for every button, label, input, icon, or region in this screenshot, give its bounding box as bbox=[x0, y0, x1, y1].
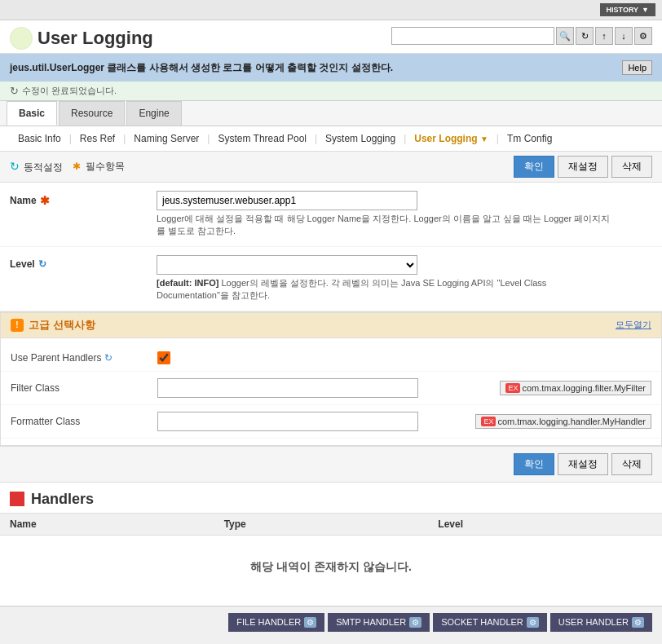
name-label: Name ✱ bbox=[10, 191, 157, 207]
name-content: Logger에 대해 설정을 적용할 때 해당 Logger Name을 지정한… bbox=[157, 191, 652, 238]
bottom-reset-button[interactable]: 재설정 bbox=[558, 453, 608, 475]
name-form-row: Name ✱ Logger에 대해 설정을 적용할 때 해당 Logger Na… bbox=[0, 183, 662, 247]
filter-class-input[interactable] bbox=[157, 378, 418, 398]
user-handler-button[interactable]: USER HANDLER ⚙ bbox=[550, 613, 652, 632]
use-parent-handlers-label: Use Parent Handlers ↻ bbox=[11, 352, 157, 364]
info-description: jeus.util.UserLogger 클래스를 사용해서 생성한 로그를 어… bbox=[10, 61, 393, 75]
sidebar-item-tm-config[interactable]: Tm Config bbox=[499, 131, 560, 146]
chevron-down-icon: ▼ bbox=[642, 6, 649, 14]
dynamic-setting-label: ↻ 동적설정 bbox=[10, 160, 63, 174]
level-content: INFO WARNING SEVERE FINE FINER FINEST AL… bbox=[157, 255, 652, 302]
handlers-section: Handlers Name Type Level 해당 내역이 존재하지 않습니… bbox=[0, 483, 662, 606]
smtp-handler-label: SMTP HANDLER bbox=[336, 617, 406, 627]
bottom-toolbar: 확인 재설정 삭제 bbox=[0, 446, 662, 483]
download-button[interactable]: ↓ bbox=[615, 27, 633, 45]
required-field-label: ✱ 필수항목 bbox=[73, 160, 124, 174]
level-sync-icon[interactable]: ↻ bbox=[38, 258, 46, 270]
formatter-class-row: Formatter Class EX com.tmax.logging.hand… bbox=[1, 405, 661, 439]
tabs: Basic Resource Engine bbox=[7, 101, 655, 126]
history-button[interactable]: HISTORY ▼ bbox=[600, 3, 655, 16]
expand-all-button[interactable]: 모두열기 bbox=[616, 319, 651, 331]
parent-sync-icon[interactable]: ↻ bbox=[104, 352, 113, 364]
required-icon: ✱ bbox=[73, 161, 81, 172]
page-title: User Logging bbox=[38, 28, 153, 49]
top-bar: HISTORY ▼ bbox=[0, 0, 662, 20]
name-input[interactable] bbox=[157, 191, 417, 210]
socket-handler-label: SOCKET HANDLER bbox=[441, 617, 523, 627]
search-input[interactable] bbox=[391, 27, 554, 45]
socket-handler-icon: ⚙ bbox=[527, 617, 539, 628]
tabs-container: Basic Resource Engine bbox=[0, 101, 662, 126]
bottom-confirm-button[interactable]: 확인 bbox=[514, 453, 554, 475]
file-handler-label: FILE HANDLER bbox=[236, 617, 301, 627]
ex-icon2: EX bbox=[481, 417, 496, 426]
handlers-header: Handlers bbox=[0, 483, 662, 513]
status-message: 수정이 완료되었습니다. bbox=[22, 85, 117, 97]
bottom-delete-button[interactable]: 삭제 bbox=[611, 453, 652, 475]
upload-button[interactable]: ↑ bbox=[595, 27, 613, 45]
search-button[interactable]: 🔍 bbox=[556, 27, 574, 45]
sidebar-item-system-thread-pool[interactable]: System Thread Pool bbox=[210, 131, 315, 146]
use-parent-handlers-content bbox=[157, 351, 651, 364]
help-button[interactable]: Help bbox=[622, 60, 652, 75]
info-bar: jeus.util.UserLogger 클래스를 사용해서 생성한 로그를 어… bbox=[0, 54, 662, 82]
tab-engine[interactable]: Engine bbox=[126, 101, 181, 126]
settings-button[interactable]: ⚙ bbox=[634, 27, 652, 45]
history-label: HISTORY bbox=[607, 6, 639, 14]
filter-class-row: Filter Class EX com.tmax.logging.filter.… bbox=[1, 372, 661, 405]
handlers-table-header: Name Type Level bbox=[0, 513, 662, 536]
formatter-class-example-button[interactable]: EX com.tmax.logging.handler.MyHandler bbox=[475, 414, 651, 429]
advanced-warning-icon: ! bbox=[11, 319, 24, 332]
formatter-class-content: EX com.tmax.logging.handler.MyHandler bbox=[157, 412, 651, 431]
use-parent-handlers-checkbox[interactable] bbox=[157, 351, 170, 364]
filter-class-example: EX com.tmax.logging.filter.MyFilter bbox=[500, 381, 651, 395]
default-label: [default: INFO] bbox=[157, 278, 218, 288]
advanced-header: ! 고급 선택사항 모두열기 bbox=[1, 313, 661, 338]
form-section: Name ✱ Logger에 대해 설정을 적용할 때 해당 Logger Na… bbox=[0, 183, 662, 312]
filter-class-example-button[interactable]: EX com.tmax.logging.filter.MyFilter bbox=[500, 381, 651, 395]
advanced-section: ! 고급 선택사항 모두열기 Use Parent Handlers ↻ Fil… bbox=[0, 312, 662, 446]
socket-handler-button[interactable]: SOCKET HANDLER ⚙ bbox=[433, 613, 547, 632]
status-bar: ↻ 수정이 완료되었습니다. bbox=[0, 82, 662, 101]
col-header-type: Type bbox=[224, 518, 439, 530]
formatter-class-input[interactable] bbox=[157, 412, 418, 431]
filter-class-content: EX com.tmax.logging.filter.MyFilter bbox=[157, 378, 651, 398]
name-required-star: ✱ bbox=[40, 194, 50, 207]
delete-button[interactable]: 삭제 bbox=[611, 156, 652, 178]
file-handler-icon: ⚙ bbox=[304, 617, 316, 628]
sidebar-item-naming-server[interactable]: Naming Server bbox=[126, 131, 207, 146]
level-select[interactable]: INFO WARNING SEVERE FINE FINER FINEST AL… bbox=[157, 255, 417, 275]
level-hint: [default: INFO] Logger의 레벨을 설정한다. 각 레벨의 … bbox=[157, 277, 613, 302]
sidebar-item-res-ref[interactable]: Res Ref bbox=[72, 131, 123, 146]
tab-basic[interactable]: Basic bbox=[7, 101, 57, 126]
toolbar-right: 확인 재설정 삭제 bbox=[514, 156, 652, 178]
empty-message: 해당 내역이 존재하지 않습니다. bbox=[0, 536, 662, 599]
file-handler-button[interactable]: FILE HANDLER ⚙ bbox=[228, 613, 324, 632]
dynamic-icon: ↻ bbox=[10, 160, 20, 173]
advanced-title: ! 고급 선택사항 bbox=[11, 318, 95, 333]
search-bar: 🔍 ↻ ↑ ↓ ⚙ bbox=[391, 27, 652, 45]
status-refresh-icon: ↻ bbox=[10, 85, 19, 97]
reset-button[interactable]: 재설정 bbox=[558, 156, 608, 178]
handlers-title: Handlers bbox=[31, 491, 94, 508]
smtp-handler-icon: ⚙ bbox=[409, 617, 421, 628]
advanced-body: Use Parent Handlers ↻ Filter Class EX co… bbox=[1, 338, 661, 445]
name-hint: Logger에 대해 설정을 적용할 때 해당 Logger Name을 지정한… bbox=[157, 213, 613, 238]
filter-class-label: Filter Class bbox=[11, 382, 157, 394]
refresh-button[interactable]: ↻ bbox=[576, 27, 594, 45]
sidebar-item-basic-info[interactable]: Basic Info bbox=[10, 131, 69, 146]
form-toolbar: ↻ 동적설정 ✱ 필수항목 확인 재설정 삭제 bbox=[0, 152, 662, 183]
sidebar-item-system-logging[interactable]: System Logging bbox=[317, 131, 404, 146]
sidebar-item-user-logging[interactable]: User Logging ▼ bbox=[406, 131, 496, 146]
handler-buttons-bar: FILE HANDLER ⚙ SMTP HANDLER ⚙ SOCKET HAN… bbox=[0, 606, 662, 638]
col-header-level: Level bbox=[438, 518, 652, 530]
formatter-class-label: Formatter Class bbox=[11, 416, 157, 427]
level-form-row: Level ↻ INFO WARNING SEVERE FINE FINER F… bbox=[0, 247, 662, 311]
nav-bar: Basic Info | Res Ref | Naming Server | S… bbox=[0, 126, 662, 152]
col-header-name: Name bbox=[10, 518, 224, 530]
ex-icon: EX bbox=[505, 383, 520, 393]
confirm-button[interactable]: 확인 bbox=[514, 156, 554, 178]
smtp-handler-button[interactable]: SMTP HANDLER ⚙ bbox=[328, 613, 430, 632]
use-parent-handlers-row: Use Parent Handlers ↻ bbox=[1, 345, 661, 372]
tab-resource[interactable]: Resource bbox=[59, 101, 125, 126]
